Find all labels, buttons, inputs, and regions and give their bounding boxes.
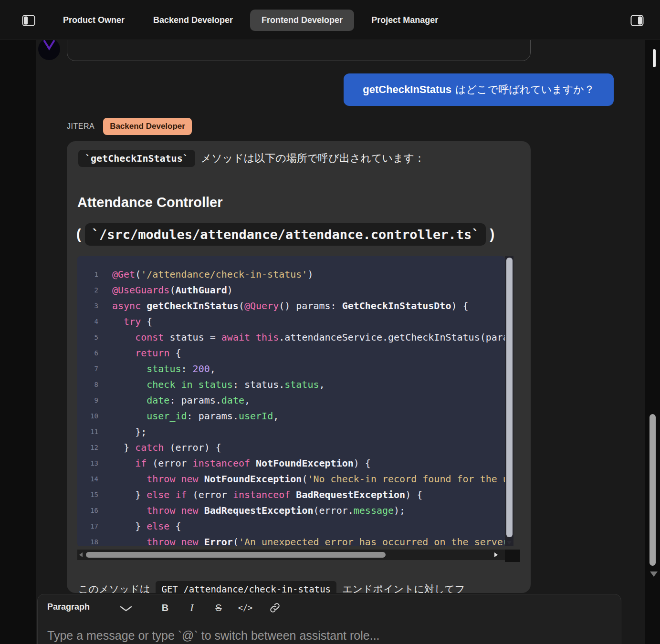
top-bar: Product OwnerBackend DeveloperFrontend D… (0, 0, 660, 40)
code-line: 11 }; (77, 424, 505, 440)
code-line: 1@Get('/attendance/check-in-status') (77, 267, 505, 282)
intro-line: `getCheckInStatus` メソッドは以下の場所で呼び出されています： (78, 150, 425, 167)
path-close-paren: ) (490, 227, 494, 242)
code-line: 5 const status = await this.attendanceSe… (77, 330, 505, 345)
code-line: 14 throw new NotFoundException('No check… (77, 471, 505, 487)
code-line: 16 throw new BadRequestException(error.m… (77, 503, 505, 519)
tab-project-manager[interactable]: Project Manager (360, 10, 450, 31)
intro-text: メソッドは以下の場所で呼び出されています： (201, 151, 425, 166)
partial-text-line: このメソッドは GET /attendance/check-in-status … (78, 581, 465, 593)
panel-toggle-button[interactable] (630, 13, 644, 28)
chevron-down-icon[interactable] (120, 605, 132, 613)
code-button[interactable]: </> (236, 599, 254, 616)
tab-backend-developer[interactable]: Backend Developer (142, 10, 244, 31)
inline-code-chip: `getCheckInStatus` (78, 150, 195, 167)
code-line: 4 try { (77, 314, 505, 330)
code-line: 9 date: params.date, (77, 393, 505, 408)
code-horizontal-scrollbar[interactable] (77, 550, 505, 560)
code-line: 7 status: 200, (77, 361, 505, 377)
user-message-bubble: getCheckInStatus はどこで呼ばれていますか？ (344, 73, 614, 106)
code-block: 1@Get('/attendance/check-in-status')2@Us… (77, 256, 505, 546)
code-line: 10 user_id: params.userId, (77, 408, 505, 424)
code-vertical-scrollbar-thumb[interactable] (506, 258, 513, 537)
italic-button[interactable]: I (183, 599, 201, 616)
code-line: 17 } else { (77, 519, 505, 534)
code-scrollbar-corner (505, 550, 520, 562)
sender-row: JITERA Backend Developer (67, 117, 192, 135)
code-line: 8 check_in_status: status.status, (77, 377, 505, 393)
scroll-down-icon[interactable] (650, 571, 658, 577)
sidebar-left-icon (22, 14, 35, 27)
role-tab-bar: Product OwnerBackend DeveloperFrontend D… (52, 10, 450, 31)
strikethrough-button[interactable]: S (210, 599, 228, 616)
path-open-paren: ( (76, 227, 81, 242)
user-message-text: はどこで呼ばれていますか？ (455, 83, 595, 97)
tab-product-owner[interactable]: Product Owner (52, 10, 136, 31)
code-line: 6 return { (77, 345, 505, 361)
code-line: 15 } else if (error instanceof BadReques… (77, 487, 505, 503)
code-horizontal-scrollbar-thumb[interactable] (86, 552, 386, 558)
paragraph-dropdown[interactable]: Paragraph (47, 602, 90, 612)
sidebar-toggle-button[interactable] (21, 13, 36, 28)
code-line: 3async getCheckInStatus(@Query() params:… (77, 298, 505, 314)
partial-text-before: このメソッドは (78, 582, 150, 593)
code-line: 18 throw new Error('An unexpected error … (77, 534, 505, 546)
bold-button[interactable]: B (156, 599, 174, 616)
code-line: 2@UseGuards(AuthGuard) (77, 282, 505, 298)
link-button[interactable] (266, 599, 284, 616)
code-line: 12 } catch (error) { (77, 440, 505, 456)
user-message-code: getCheckInStatus (363, 83, 451, 96)
file-path-line: ( `/src/modules/attendance/attendance.co… (76, 223, 494, 246)
message-input[interactable]: Type a message or type `@` to switch bet… (47, 629, 380, 643)
file-path-chip: `/src/modules/attendance/attendance.cont… (85, 223, 486, 246)
code-scroll-left-icon[interactable] (79, 552, 83, 557)
message-editor: Paragraph B I S </> Type a message or ty… (37, 594, 621, 644)
partial-code-chip: GET /attendance/check-in-status (156, 581, 336, 593)
partial-text-after: エンドポイントに対してフ (342, 582, 465, 593)
mini-scrollbar-segment[interactable] (653, 49, 656, 67)
message-heading: Attendance Controller (77, 195, 223, 210)
tab-frontend-developer[interactable]: Frontend Developer (250, 10, 354, 31)
role-badge: Backend Developer (103, 118, 192, 135)
code-scroll-right-icon[interactable] (494, 552, 498, 557)
page-scrollbar-thumb[interactable] (650, 414, 656, 566)
assistant-message-card: `getCheckInStatus` メソッドは以下の場所で呼び出されています：… (67, 141, 531, 593)
assistant-avatar (38, 38, 60, 60)
sidebar-right-icon (630, 14, 644, 27)
sender-name: JITERA (67, 122, 94, 131)
code-scroll-down-icon[interactable] (507, 541, 512, 545)
jitera-logo-icon (43, 40, 55, 51)
code-line: 13 if (error instanceof NotFoundExceptio… (77, 456, 505, 471)
link-icon (269, 602, 281, 613)
